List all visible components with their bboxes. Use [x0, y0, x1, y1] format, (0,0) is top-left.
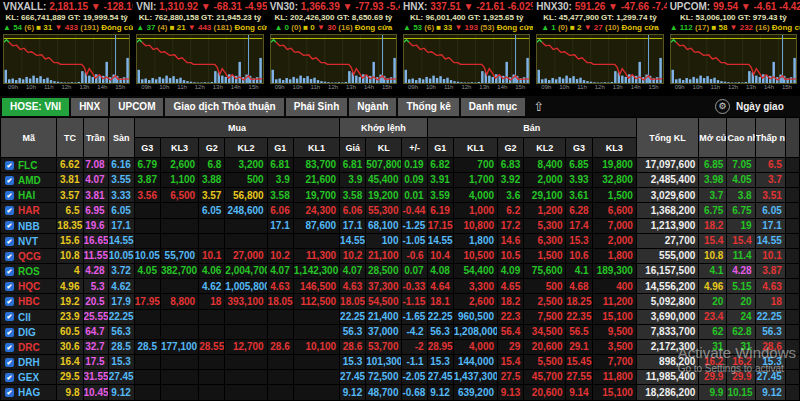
col-ref[interactable]: TC: [57, 118, 83, 158]
expand-arrow-icon[interactable]: ⇧: [527, 100, 550, 113]
col-buy-g1[interactable]: G1: [267, 138, 293, 158]
cell-total-vol: 5,092,800: [636, 294, 698, 309]
cell-filler: [785, 324, 799, 339]
index-value: 99.54: [713, 1, 738, 12]
gear-icon[interactable]: ⚙: [715, 99, 730, 114]
group-matched: Khớp lệnh: [340, 118, 428, 138]
ticker-symbol[interactable]: AMD: [18, 175, 41, 186]
price-line-open: [271, 40, 276, 42]
col-low[interactable]: Thấp nhất: [755, 118, 785, 158]
ticker-symbol[interactable]: CII: [18, 311, 31, 322]
ticker-symbol[interactable]: HAR: [18, 205, 40, 216]
index-box-vnxall[interactable]: VNXALL: 2,181.15 ▼ -128.10 -5.55%KL: 666…: [0, 0, 133, 96]
ticker-symbol[interactable]: HAI: [18, 190, 35, 201]
symbol-checkbox[interactable]: ✔: [5, 191, 14, 200]
cell-ceiling: 6.95: [83, 203, 108, 218]
tab-hose-vni[interactable]: HOSE: VNI: [2, 98, 69, 116]
symbol-checkbox[interactable]: ✔: [5, 343, 14, 352]
tab-hnx[interactable]: HNX: [71, 98, 108, 116]
ticker-symbol[interactable]: QCG: [18, 251, 41, 262]
cell-buy-g1: 18.05: [267, 294, 293, 309]
col-sell-kl3[interactable]: KL3: [592, 138, 636, 158]
index-box-vni[interactable]: VNI: 1,310.92 ▼ -68.31 -4.95%KL: 762,880…: [133, 0, 266, 96]
tab-giao-d-ch-th-a-thu-n[interactable]: Giao dịch Thỏa thuận: [165, 98, 283, 116]
col-total-vol[interactable]: Tổng KL: [636, 118, 698, 158]
cell-sell-kl3: 19,800: [592, 158, 636, 173]
tab-upcom[interactable]: UPCOM: [110, 98, 163, 116]
col-sell-g1[interactable]: G1: [427, 138, 453, 158]
ticker-symbol[interactable]: GEX: [18, 372, 39, 383]
cell-low: 18: [755, 294, 785, 309]
symbol-checkbox[interactable]: ✔: [5, 252, 14, 261]
symbol-checkbox[interactable]: ✔: [5, 328, 14, 337]
ticker-symbol[interactable]: DRC: [18, 341, 40, 352]
col-open[interactable]: Mở cửa: [699, 118, 727, 158]
col-sell-kl2[interactable]: KL2: [524, 138, 566, 158]
cell-low: 3.87: [755, 264, 785, 279]
symbol-checkbox[interactable]: ✔: [5, 282, 14, 291]
cell-buy-kl3: 1,100: [160, 173, 198, 188]
col-sell-kl1[interactable]: KL1: [453, 138, 497, 158]
cell-buy-kl2: [225, 355, 267, 370]
index-box-vn30[interactable]: VN30: 1,366.39 ▼ -77.93 -5.40%KL: 202,42…: [267, 0, 400, 96]
index-box-hnx[interactable]: HNX: 337.51 ▼ -21.61 -6.02%KL: 96,001,40…: [400, 0, 533, 96]
symbol-checkbox[interactable]: ✔: [5, 267, 14, 276]
col-buy-g3[interactable]: G3: [134, 138, 160, 158]
session-status: Đóng cửa: [355, 23, 392, 32]
cell-sell-g2: 10.5: [498, 248, 524, 263]
col-symbol[interactable]: Mã: [1, 118, 57, 158]
index-box-hnx30[interactable]: HNX30: 591.26 ▼ -47.66 -7.46%KL: 45,477,…: [533, 0, 666, 96]
tab-bar: HOSE: VNIHNXUPCOMGiao dịch Thỏa thuậnPhá…: [0, 96, 800, 117]
tab-ng-nh[interactable]: Ngành: [349, 98, 396, 116]
cell-low: 56.3: [755, 324, 785, 339]
symbol-checkbox[interactable]: ✔: [5, 221, 14, 230]
tab-ph-i-sinh[interactable]: Phái Sinh: [286, 98, 348, 116]
col-floor[interactable]: Sàn: [108, 118, 134, 158]
volume-bar: [772, 62, 774, 83]
ticker-symbol[interactable]: ROS: [18, 266, 40, 277]
cell-matched-price: 28.6: [340, 339, 366, 354]
col-buy-kl2[interactable]: KL2: [225, 138, 267, 158]
symbol-checkbox[interactable]: ✔: [5, 388, 14, 397]
col-buy-g2[interactable]: G2: [199, 138, 225, 158]
volume-bar: [488, 76, 490, 83]
cell-high: 19: [727, 218, 755, 233]
cell-sell-kl1: 10,800: [453, 218, 497, 233]
symbol-checkbox[interactable]: ✔: [5, 297, 14, 306]
symbol-checkbox[interactable]: ✔: [5, 161, 14, 170]
symbol-checkbox[interactable]: ✔: [5, 312, 14, 321]
volume-bar: [372, 62, 374, 83]
ticker-symbol[interactable]: HQC: [18, 281, 40, 292]
col-sell-g3[interactable]: G3: [566, 138, 592, 158]
col-matched[interactable]: KL: [366, 138, 402, 158]
col-ceiling[interactable]: Trần: [83, 118, 108, 158]
col-matched[interactable]: Giá: [340, 138, 366, 158]
col-high[interactable]: Cao nhất: [727, 118, 755, 158]
price-board: MãTCTrầnSànMuaKhớp lệnhBánTổng KLMở cửaC…: [0, 117, 800, 401]
symbol-checkbox[interactable]: ✔: [5, 237, 14, 246]
col-buy-kl3[interactable]: KL3: [160, 138, 198, 158]
col-matched[interactable]: +/-: [402, 138, 427, 158]
ticker-symbol[interactable]: NBB: [18, 220, 40, 231]
symbol-checkbox[interactable]: ✔: [5, 373, 14, 382]
ticker-symbol[interactable]: FLC: [18, 160, 37, 171]
cell-floor: 28.5: [108, 339, 134, 354]
ticker-symbol[interactable]: NVT: [18, 235, 38, 246]
col-buy-kl1[interactable]: KL1: [293, 138, 339, 158]
ticker-symbol[interactable]: HAG: [18, 387, 40, 398]
symbol-checkbox[interactable]: ✔: [5, 358, 14, 367]
ticker-symbol[interactable]: DIG: [18, 326, 36, 337]
unchanged: ■ 2: [570, 23, 582, 32]
tab-th-ng-k-[interactable]: Thống kê: [398, 98, 458, 116]
ticker-symbol[interactable]: DRH: [18, 357, 40, 368]
tab-danh-m-c[interactable]: Danh mục: [461, 98, 525, 116]
col-sell-g2[interactable]: G2: [498, 138, 524, 158]
symbol-checkbox[interactable]: ✔: [5, 206, 14, 215]
ticker-symbol[interactable]: HBC: [18, 296, 40, 307]
volume-bar: [57, 82, 59, 83]
index-box-upcom[interactable]: UPCOM: 99.54 ▼ -4.61 -4.42%KL: 53,006,10…: [667, 0, 800, 96]
cell-sell-kl1: 1,437,300: [453, 370, 497, 385]
cell-sell-g1: 15.3: [427, 355, 453, 370]
symbol-checkbox[interactable]: ✔: [5, 176, 14, 185]
cell-matched-vol: 507,800: [366, 158, 402, 173]
